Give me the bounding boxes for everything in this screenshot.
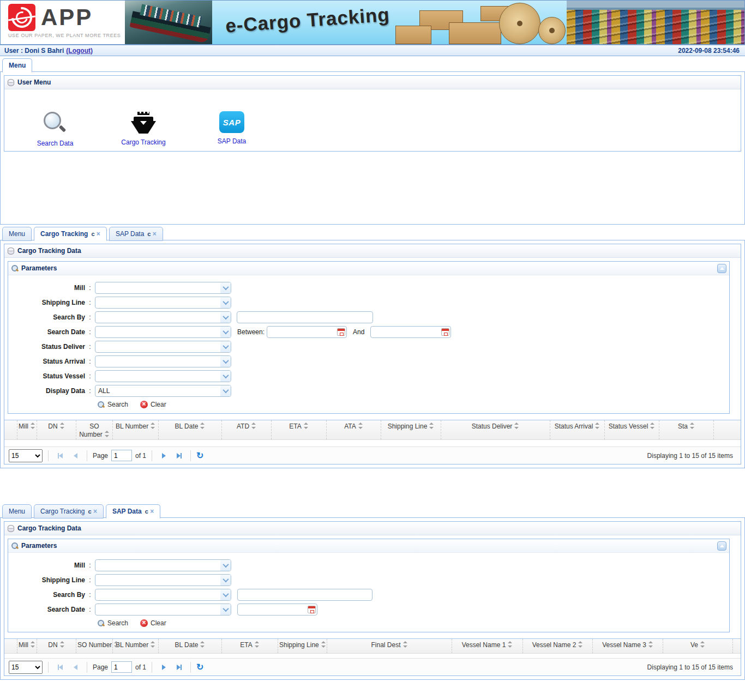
column-header[interactable]: Shipping Line [278,639,327,653]
tab-close-icon[interactable]: × [97,230,100,238]
status-deliver-select[interactable] [95,341,231,353]
mill-label: Mill [8,284,85,292]
panel-title: Cargo Tracking Data [17,524,81,532]
calendar-icon[interactable] [441,328,449,336]
search-icon [11,264,19,272]
collapse-panel-button[interactable] [717,264,726,273]
column-header[interactable]: Vessel Name 1 [452,639,523,653]
user-menu-panel-header: User Menu [4,76,741,89]
menu-item-search-data[interactable]: Search Data [31,111,80,147]
date-from-input[interactable] [267,326,347,338]
status-vessel-select[interactable] [95,370,231,382]
column-header[interactable]: ETA [272,420,327,439]
column-header[interactable]: Shipping Line [381,420,441,439]
tab[interactable]: Menu [2,504,32,518]
column-header[interactable]: Ve [663,639,733,653]
search-by-select[interactable] [95,589,231,601]
column-header[interactable]: Final Dest [327,639,452,653]
search-button[interactable]: Search [97,401,128,408]
column-header[interactable]: ATA [327,420,381,439]
menu-item-cargo-tracking[interactable]: Cargo Tracking [119,111,168,146]
column-header[interactable]: ETA [222,639,278,653]
column-header[interactable]: Mill [17,420,37,439]
column-header[interactable]: Status Vessel [605,420,659,439]
last-page-button[interactable] [173,661,185,673]
mill-select[interactable] [95,559,231,571]
column-header[interactable]: Vessel Name 2 [523,639,593,653]
database-icon [8,525,14,532]
page-size-select[interactable]: 15 [9,449,43,462]
calendar-icon[interactable] [308,606,316,613]
sap-pagination: 15 Page of 1 ↻ Displaying 1 to 15 of 15 … [4,658,741,675]
tab[interactable]: Cargo Tracking c × [34,504,104,518]
tab-close-icon[interactable]: × [150,508,154,515]
tab[interactable]: Menu [2,58,32,73]
tab[interactable]: SAP Data c × [106,504,160,518]
column-header[interactable]: Status Deliver [441,420,550,439]
cargo-results-grid: MillDNSO NumberBL NumberBL DateATDETAATA… [4,420,741,464]
first-page-button[interactable] [54,450,66,462]
page-input[interactable] [111,450,132,461]
column-header[interactable]: Status Arrival [550,420,605,439]
menu-item-sap-data[interactable]: SAP SAP Data [207,111,256,145]
tab-refresh-icon[interactable]: c [91,231,94,237]
column-header[interactable]: Mill [17,639,37,653]
search-by-input[interactable] [237,311,373,323]
search-date-select[interactable] [95,326,231,338]
column-header[interactable]: SO Number [76,639,113,653]
search-by-select[interactable] [95,311,231,323]
search-date-input[interactable] [237,604,317,615]
next-page-button[interactable] [158,450,170,462]
tab[interactable]: Cargo Tracking c × [34,227,107,241]
clear-button[interactable]: Clear [140,619,166,627]
chevron-down-icon [220,297,231,308]
sap-data-section: Menu Cargo Tracking c × SAP Data c × Car… [0,502,745,680]
column-header[interactable]: Sta [659,420,714,439]
column-header[interactable]: BL Date [159,420,222,439]
column-header[interactable]: BL Number [113,420,159,439]
sort-icon [200,423,205,429]
page-size-select[interactable]: 15 [9,661,43,674]
sort-icon [251,423,256,429]
search-by-input[interactable] [237,589,372,601]
shipping-line-select[interactable] [95,574,231,586]
tab-refresh-icon[interactable]: c [145,508,148,515]
tab[interactable]: Menu [2,227,32,241]
tab-close-icon[interactable]: × [153,230,157,238]
tab-refresh-icon[interactable]: c [147,231,151,237]
chevron-down-icon [220,575,231,586]
sort-icon [514,423,519,429]
page-input[interactable] [111,661,132,673]
status-arrival-select[interactable] [95,355,231,367]
sort-icon [105,431,110,437]
column-header[interactable]: BL Date [159,639,222,653]
collapse-panel-button[interactable] [717,541,726,551]
refresh-icon[interactable]: ↻ [196,663,203,672]
date-to-input[interactable] [370,326,451,338]
first-page-button[interactable] [54,661,66,673]
calendar-icon[interactable] [337,328,345,336]
tab[interactable]: SAP Data c × [109,227,163,241]
next-page-button[interactable] [158,661,170,673]
tab-refresh-icon[interactable]: c [88,508,91,515]
column-header[interactable]: BL Number [113,639,159,653]
search-date-select[interactable] [95,604,231,615]
display-data-select[interactable]: ALL [95,385,231,397]
prev-page-button[interactable] [69,450,81,462]
chevron-down-icon [220,604,231,615]
column-header[interactable]: SO Number [76,420,113,439]
shipping-line-select[interactable] [95,297,231,309]
clear-button[interactable]: Clear [140,401,166,408]
refresh-icon[interactable]: ↻ [196,451,203,460]
sort-icon [508,641,513,648]
column-header[interactable]: DN [37,420,76,439]
column-header[interactable]: Vessel Name 3 [593,639,663,653]
column-header[interactable]: DN [37,639,76,653]
prev-page-button[interactable] [69,661,81,673]
column-header[interactable]: ATD [222,420,272,439]
last-page-button[interactable] [173,450,185,462]
tab-close-icon[interactable]: × [93,508,97,515]
mill-select[interactable] [95,282,231,294]
logout-link[interactable]: (Logout) [66,47,93,55]
search-button[interactable]: Search [97,619,128,627]
